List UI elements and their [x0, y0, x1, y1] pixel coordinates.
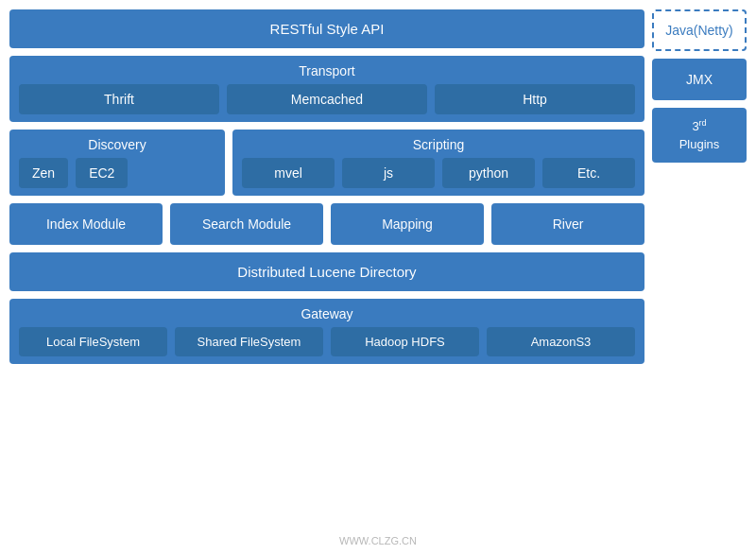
- transport-http: Http: [435, 84, 635, 114]
- discovery-zen: Zen: [19, 158, 68, 188]
- plugins-label: Plugins: [679, 137, 720, 151]
- transport-items: Thrift Memcached Http: [19, 84, 635, 114]
- search-module-block: Search Module: [170, 203, 323, 245]
- gateway-amazons3: AmazonS3: [487, 327, 635, 356]
- right-column: Java(Netty) JMX 3rd Plugins: [652, 9, 747, 545]
- river-block: River: [491, 203, 644, 245]
- plugins-number: 3: [692, 119, 698, 133]
- gateway-container: Gateway Local FileSystem Shared FileSyst…: [9, 299, 644, 364]
- java-netty-block: Java(Netty): [652, 9, 747, 51]
- gateway-title: Gateway: [19, 306, 635, 321]
- gateway-items: Local FileSystem Shared FileSystem Hadoo…: [19, 327, 635, 356]
- transport-title: Transport: [19, 63, 635, 78]
- lucene-block: Distributed Lucene Directory: [9, 252, 644, 291]
- discovery-container: Discovery Zen EC2: [9, 130, 225, 196]
- restful-api-block: RESTful Style API: [9, 9, 644, 48]
- discovery-scripting-row: Discovery Zen EC2 Scripting mvel: [9, 130, 644, 196]
- mapping-block: Mapping: [331, 203, 484, 245]
- index-module-block: Index Module: [9, 203, 163, 245]
- discovery-title: Discovery: [19, 137, 215, 152]
- main-container: RESTful Style API Transport Thrift Memca…: [0, 0, 756, 554]
- right-spacer: [652, 170, 747, 545]
- scripting-container: Scripting mvel js python Etc.: [232, 130, 644, 196]
- gateway-sharedfs: Shared FileSystem: [175, 327, 323, 356]
- scripting-items: mvel js python Etc.: [242, 158, 635, 188]
- gateway-localfs: Local FileSystem: [19, 327, 167, 356]
- modules-row: Index Module Search Module Mapping River: [9, 203, 644, 245]
- restful-api-label: RESTful Style API: [270, 21, 385, 37]
- watermark: WWW.CLZG.CN: [339, 535, 417, 546]
- scripting-python: python: [442, 158, 535, 188]
- scripting-js: js: [342, 158, 435, 188]
- discovery-ec2: EC2: [76, 158, 128, 188]
- discovery-items: Zen EC2: [19, 158, 215, 188]
- plugins-sup: rd: [699, 118, 707, 128]
- transport-container: Transport Thrift Memcached Http: [9, 56, 644, 122]
- plugins-block: 3rd Plugins: [652, 108, 747, 163]
- gateway-hdfs: Hadoop HDFS: [331, 327, 479, 356]
- scripting-title: Scripting: [242, 137, 635, 152]
- left-column: RESTful Style API Transport Thrift Memca…: [9, 9, 644, 545]
- jmx-block: JMX: [652, 59, 747, 100]
- scripting-etc: Etc.: [542, 158, 635, 188]
- scripting-mvel: mvel: [242, 158, 335, 188]
- transport-memcached: Memcached: [227, 84, 427, 114]
- transport-thrift: Thrift: [19, 84, 219, 114]
